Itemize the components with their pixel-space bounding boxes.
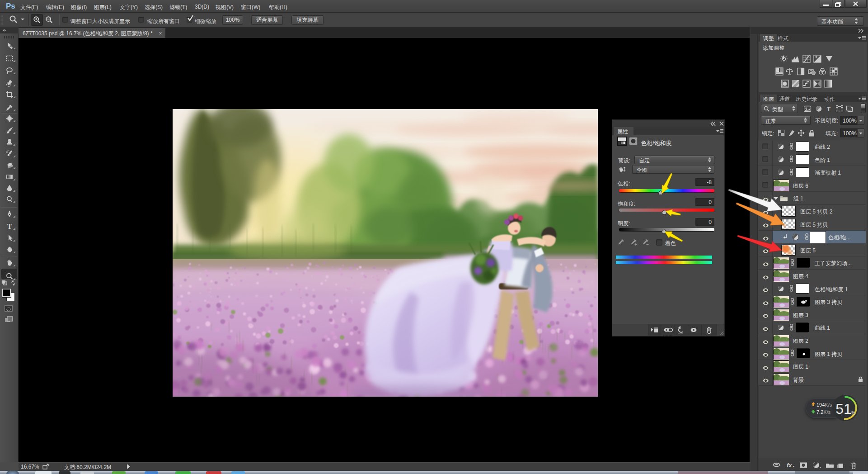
svg-text:%: % bbox=[851, 410, 856, 416]
svg-text:51: 51 bbox=[835, 401, 852, 417]
svg-text:T: T bbox=[7, 223, 12, 230]
svg-text:T: T bbox=[827, 105, 831, 113]
svg-text:fx: fx bbox=[787, 462, 792, 469]
